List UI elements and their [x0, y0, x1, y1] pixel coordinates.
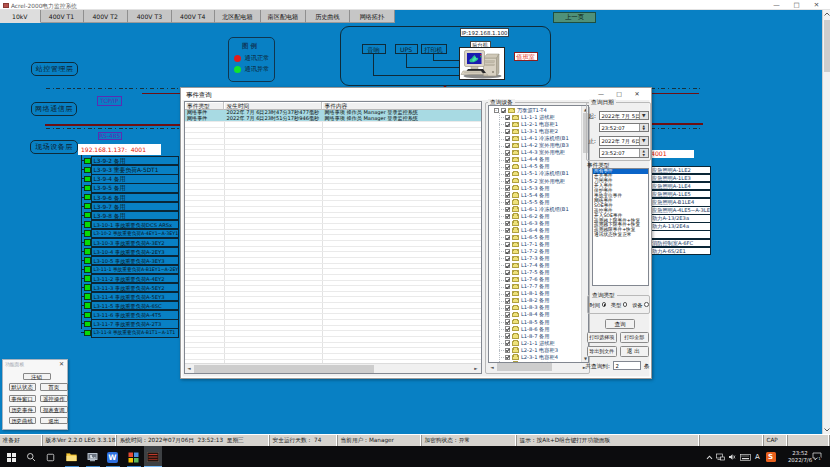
app-grid-icon[interactable] — [128, 452, 139, 463]
tree-item[interactable]: L1-6-2 备用 — [505, 213, 550, 220]
func-button-遥控操作[interactable]: 遥控操作 — [40, 395, 69, 402]
device-item[interactable]: L3-9-8 备用 — [91, 211, 179, 220]
dialog-maximize-button[interactable]: □ — [611, 88, 627, 99]
tree-checkbox[interactable] — [505, 270, 510, 275]
tab-历史曲线[interactable]: 历史曲线 — [306, 10, 350, 23]
table-h-scrollbar[interactable]: ◄ ► — [185, 363, 481, 373]
tree-root-item[interactable]: -万泰源T1-T4 — [494, 107, 547, 114]
tree-checkbox[interactable] — [505, 157, 510, 162]
device-item[interactable]: L3-9-3 重要负荷A-5DT1 — [91, 165, 179, 174]
scroll-up-arrow-icon[interactable] — [823, 10, 830, 19]
tree-checkbox[interactable] — [505, 326, 510, 331]
tree-checkbox[interactable] — [505, 178, 510, 183]
event-type-listbox[interactable]: 所有事件开关事件刀闸事件开入事件保护事件事故变位事件网络事件SOE事件遥控事件开… — [592, 168, 650, 286]
tab-400V T2[interactable]: 400V T2 — [84, 10, 128, 23]
date-from-combo[interactable]: 2022年 7月 5日 ▼ — [599, 111, 649, 121]
tree-item[interactable]: L1-4-4 备用 — [505, 156, 550, 163]
tree-item[interactable]: L1-4-5 备用 — [505, 163, 550, 170]
column-header-event-type[interactable]: 事件类型 — [185, 102, 225, 110]
tree-checkbox[interactable] — [505, 348, 510, 353]
date-to-combo[interactable]: 2022年 7月 6日 ▼ — [599, 136, 649, 146]
tree-checkbox[interactable] — [505, 291, 510, 296]
active-app-slot[interactable] — [144, 446, 162, 467]
tree-checkbox[interactable] — [505, 136, 510, 141]
tree-checkbox[interactable] — [505, 228, 510, 233]
tree-checkbox[interactable] — [505, 199, 510, 204]
tree-checkbox[interactable] — [505, 256, 510, 261]
device-item[interactable]: L3-11-7 事故重要负荷A-2T3 — [91, 319, 179, 328]
tree-item[interactable]: L1-7-6 备用 — [505, 276, 550, 283]
scroll-left-arrow-icon[interactable]: ◄ — [185, 364, 194, 373]
device-item[interactable]: L3-9-7 备用 — [91, 202, 179, 211]
window-v-scrollbar[interactable] — [822, 10, 830, 434]
tree-item[interactable]: L2-1-1 进线柜 — [505, 340, 555, 347]
scroll-thumb[interactable] — [824, 20, 830, 72]
export-file-button[interactable]: 导出到文件 — [587, 346, 617, 357]
tree-item[interactable]: L1-7-7 备用 — [505, 283, 550, 290]
tree-checkbox[interactable] — [505, 207, 510, 212]
tab-400V T1[interactable]: 400V T1 — [41, 10, 84, 23]
dialog-close-button[interactable]: ✕ — [629, 88, 645, 99]
tree-item[interactable]: L1-7-3 备用 — [505, 255, 550, 262]
device-item[interactable]: 动力A-6S/2E1 — [650, 247, 711, 256]
query-type-option-类型[interactable]: 类型 — [611, 302, 628, 309]
file-explorer-icon[interactable] — [66, 452, 77, 462]
spin-down-icon[interactable]: ▼ — [640, 153, 648, 157]
func-button-退出[interactable]: 退出 — [40, 417, 69, 424]
tree-checkbox[interactable] — [501, 108, 506, 113]
tree-item[interactable]: L1-2-1 电容柜1 — [505, 121, 558, 128]
func-button-报表查询[interactable]: 报表查询 — [40, 406, 69, 413]
tree-expander-icon[interactable]: - — [494, 108, 499, 113]
radio-icon[interactable] — [602, 302, 607, 307]
tree-item[interactable]: L1-6-1 冷冻机组(B1 — [505, 206, 569, 213]
notification-center-icon[interactable]: 1 — [812, 452, 822, 461]
time-to-spinner[interactable]: 23:52:07 ▲▼ — [599, 148, 649, 158]
tree-checkbox[interactable] — [505, 340, 510, 345]
device-item[interactable]: L3-10-3 事故重要负荷A-3EY2 — [91, 238, 179, 247]
tree-checkbox[interactable] — [505, 284, 510, 289]
device-item[interactable]: L3-11-6 事故重要负荷A-4T5 — [91, 310, 179, 319]
logout-button[interactable]: 注销 — [23, 373, 51, 380]
sogou-ime-icon[interactable]: S — [766, 452, 776, 462]
tree-checkbox[interactable] — [505, 192, 510, 197]
start-button-icon[interactable] — [7, 453, 16, 462]
event-row[interactable]: 网络事件2022年 7月 6日23时51分17秒946毫秒网络事项 操作员 Ma… — [185, 116, 481, 122]
result-count-field[interactable]: 2 — [613, 361, 642, 371]
tree-checkbox[interactable] — [505, 235, 510, 240]
network-tray-icon[interactable] — [716, 453, 725, 461]
func-button-历史曲线[interactable]: 历史曲线 — [9, 417, 36, 424]
event-type-item[interactable]: 通讯状态恢复正常 — [593, 233, 649, 238]
device-item[interactable]: L3-11-3 事故重要负荷A-5EY2 — [91, 283, 179, 292]
touch-keyboard-tray-icon[interactable] — [740, 454, 751, 461]
device-item[interactable]: L3-9-5 备用 — [91, 183, 179, 192]
tree-item[interactable]: L1-7-1 备用 — [505, 241, 550, 248]
tree-checkbox[interactable] — [505, 171, 510, 176]
tree-checkbox[interactable] — [505, 277, 510, 282]
window-close-button[interactable]: ✕ — [808, 0, 825, 10]
tree-item[interactable]: L1-3-1 电容柜2 — [505, 128, 558, 135]
tab-10kV[interactable]: 10kV — [0, 10, 41, 23]
ime-indicator[interactable]: A — [755, 453, 760, 461]
device-item[interactable]: L3-11-2 事故重要负荷A-4EY2 — [91, 274, 179, 283]
tree-checkbox[interactable] — [505, 263, 510, 268]
radio-icon[interactable] — [644, 302, 649, 307]
tree-item[interactable]: L1-8-3 备用 — [505, 304, 550, 311]
tab-400V T4[interactable]: 400V T4 — [172, 10, 215, 23]
device-item[interactable]: L3-11-8 事故重要负荷A-B1T1~A-1T1 — [91, 328, 179, 337]
tab-南区配电箱[interactable]: 南区配电箱 — [261, 10, 306, 23]
wps-office-icon[interactable]: W — [107, 452, 118, 463]
tree-item[interactable]: L1-8-4 备用 — [505, 311, 550, 318]
tree-item[interactable]: L1-6-5 备用 — [505, 234, 550, 241]
device-item[interactable]: L3-10-4 事故重要负荷A-2EY3 — [91, 247, 179, 256]
tree-item[interactable]: L1-8-2 备用 — [505, 297, 550, 304]
tree-item[interactable]: L1-4-2 室外用电(B3 — [505, 142, 569, 149]
device-item[interactable]: L3-11-4 事故重要负荷A-5EY3 — [91, 292, 179, 301]
tree-checkbox[interactable] — [505, 333, 510, 338]
device-item[interactable]: L3-9-2 备用 — [91, 156, 179, 165]
tree-checkbox[interactable] — [505, 319, 510, 324]
print-all-button[interactable]: 打印全部 — [620, 332, 650, 343]
time-from-spinner[interactable]: 23:52:07 ▲▼ — [599, 123, 649, 133]
func-button-历史事件[interactable]: 历史事件 — [9, 406, 36, 413]
dropdown-arrow-icon[interactable]: ▼ — [639, 112, 648, 120]
tree-item[interactable]: L1-7-2 备用 — [505, 248, 550, 255]
